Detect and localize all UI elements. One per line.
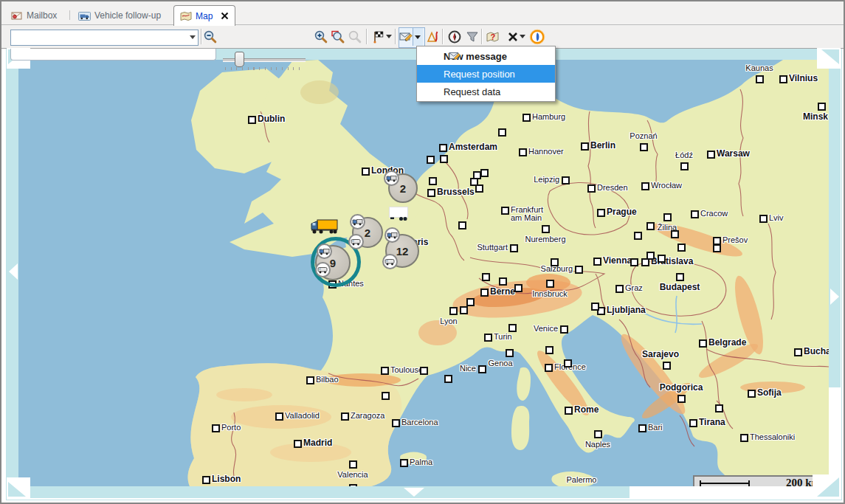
city-marker[interactable] xyxy=(545,364,553,372)
menu-item-request-data[interactable]: Request data xyxy=(417,83,555,100)
city-marker[interactable] xyxy=(480,289,489,297)
city-marker[interactable] xyxy=(440,155,448,163)
city-marker[interactable] xyxy=(449,307,458,315)
city-marker[interactable] xyxy=(646,252,655,260)
vehicle-badge[interactable] xyxy=(315,262,331,277)
menu-item-request-position[interactable]: Request position xyxy=(417,65,555,83)
city-marker[interactable] xyxy=(756,75,764,83)
city-marker[interactable] xyxy=(400,459,408,467)
city-marker[interactable] xyxy=(499,277,507,286)
pan-down-arrow[interactable] xyxy=(404,488,424,497)
city-marker[interactable] xyxy=(341,412,349,421)
city-marker[interactable] xyxy=(466,298,475,306)
city-marker[interactable] xyxy=(634,232,642,240)
send-message-dropdown-button[interactable] xyxy=(413,28,423,46)
city-marker[interactable] xyxy=(482,273,490,281)
vehicle-badge[interactable] xyxy=(350,214,365,229)
city-marker[interactable] xyxy=(514,284,522,292)
vehicle-badge[interactable] xyxy=(384,227,400,243)
city-marker[interactable] xyxy=(564,359,572,367)
clear-dropdown-icon[interactable] xyxy=(520,35,525,38)
city-marker[interactable] xyxy=(202,476,210,484)
city-marker[interactable] xyxy=(658,255,666,263)
city-marker[interactable] xyxy=(392,419,400,427)
city-marker[interactable] xyxy=(597,209,605,217)
vehicle-combobox[interactable] xyxy=(10,30,199,46)
city-marker[interactable] xyxy=(542,225,550,233)
city-marker[interactable] xyxy=(641,182,649,190)
city-marker[interactable] xyxy=(362,168,370,176)
vehicle-badge[interactable] xyxy=(348,234,364,249)
city-marker[interactable] xyxy=(349,460,357,469)
city-marker[interactable] xyxy=(506,349,514,357)
city-marker[interactable] xyxy=(759,215,768,223)
city-marker[interactable] xyxy=(680,162,689,170)
selected-vehicle-icon[interactable] xyxy=(311,218,340,238)
city-marker[interactable] xyxy=(748,390,756,398)
city-marker[interactable] xyxy=(275,412,283,421)
city-marker[interactable] xyxy=(546,280,554,288)
city-marker[interactable] xyxy=(740,434,748,442)
pan-left-arrow[interactable] xyxy=(9,263,18,280)
vehicle-badge[interactable] xyxy=(317,244,332,259)
city-marker[interactable] xyxy=(677,395,686,403)
zoom-previous-button[interactable] xyxy=(346,28,364,46)
city-marker[interactable] xyxy=(427,189,435,197)
vehicle-badge[interactable] xyxy=(382,254,398,269)
tab-map[interactable]: Map xyxy=(173,5,235,26)
city-marker[interactable] xyxy=(699,339,707,348)
city-marker[interactable] xyxy=(676,273,684,281)
city-marker[interactable] xyxy=(615,285,624,293)
city-marker[interactable] xyxy=(713,244,721,252)
city-marker[interactable] xyxy=(638,424,646,432)
city-marker[interactable] xyxy=(551,258,559,266)
city-marker[interactable] xyxy=(510,244,518,252)
city-marker[interactable] xyxy=(779,75,787,83)
city-marker[interactable] xyxy=(508,324,517,332)
tab-mailbox[interactable]: Mailbox xyxy=(5,7,63,24)
city-marker[interactable] xyxy=(519,148,527,156)
city-marker[interactable] xyxy=(575,266,583,274)
city-marker[interactable] xyxy=(545,346,553,354)
traffic-button[interactable] xyxy=(424,28,442,46)
city-marker[interactable] xyxy=(560,325,568,334)
city-marker[interactable] xyxy=(458,221,466,229)
city-marker[interactable] xyxy=(501,207,509,215)
city-marker[interactable] xyxy=(640,143,648,151)
city-marker[interactable] xyxy=(691,210,699,218)
compass-button[interactable] xyxy=(446,28,463,46)
itinerary-button[interactable] xyxy=(370,28,387,46)
city-marker[interactable] xyxy=(429,177,437,185)
city-marker[interactable] xyxy=(427,156,435,164)
itinerary-dropdown-icon[interactable] xyxy=(386,35,392,38)
tab-vehicle-follow-up[interactable]: Vehicle follow-up xyxy=(72,7,167,24)
close-tab-icon[interactable] xyxy=(221,12,229,20)
city-marker[interactable] xyxy=(212,424,220,432)
city-marker[interactable] xyxy=(480,169,489,177)
city-marker[interactable] xyxy=(475,184,483,193)
city-marker[interactable] xyxy=(420,367,428,375)
zoom-region-button[interactable] xyxy=(329,28,347,46)
city-marker[interactable] xyxy=(630,258,638,266)
map-help-button[interactable]: ? xyxy=(484,28,502,46)
city-marker[interactable] xyxy=(498,128,506,137)
city-marker[interactable] xyxy=(593,258,601,266)
filter-button[interactable] xyxy=(463,28,481,46)
city-marker[interactable] xyxy=(460,306,468,314)
city-marker[interactable] xyxy=(671,230,679,238)
pan-right-arrow[interactable] xyxy=(830,289,839,305)
city-marker[interactable] xyxy=(565,407,573,415)
city-marker[interactable] xyxy=(484,334,492,342)
zoom-out-button[interactable] xyxy=(201,28,219,46)
city-marker[interactable] xyxy=(478,365,486,373)
city-marker[interactable] xyxy=(294,440,302,448)
locate-button[interactable] xyxy=(528,28,546,46)
city-marker[interactable] xyxy=(444,375,452,383)
city-marker[interactable] xyxy=(663,362,671,370)
city-marker[interactable] xyxy=(663,213,672,221)
zoom-in-button[interactable] xyxy=(312,28,330,46)
city-marker[interactable] xyxy=(439,144,447,152)
city-marker[interactable] xyxy=(522,114,531,122)
zoom-slider-thumb[interactable] xyxy=(235,52,244,67)
city-marker[interactable] xyxy=(794,348,802,356)
